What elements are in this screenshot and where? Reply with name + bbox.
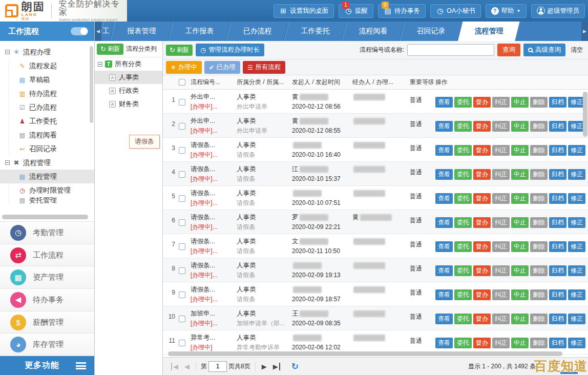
action-button[interactable]: 修正 [568, 338, 585, 348]
filter-button[interactable]: ☰ 所有流程 [243, 61, 285, 74]
tree-child-item[interactable]: ▤ 草稿箱 [0, 73, 94, 87]
action-button[interactable]: 督办 [473, 121, 491, 132]
prev-page-icon[interactable]: ◀ [184, 363, 190, 370]
action-button[interactable]: 纠正 [492, 145, 510, 156]
row-checkbox[interactable] [179, 195, 185, 202]
action-button[interactable]: 督办 [473, 289, 491, 300]
table-vertical-scrollbar[interactable] [583, 92, 587, 137]
action-button[interactable]: 纠正 [492, 265, 510, 276]
flow-code-link[interactable]: 外出申... [191, 91, 235, 102]
action-button[interactable]: 删除 [530, 265, 548, 276]
action-button[interactable]: 委托 [454, 289, 472, 300]
tree-child-item[interactable]: ◷ 办理时限管理 [0, 183, 94, 197]
action-button[interactable]: 修正 [568, 193, 585, 204]
row-checkbox[interactable] [179, 316, 185, 322]
flow-code-link[interactable]: 请假条... [191, 163, 235, 175]
action-button[interactable]: 纠正 [492, 169, 510, 180]
action-button[interactable]: 查看 [435, 193, 453, 204]
action-button[interactable]: 纠正 [492, 241, 510, 252]
collapse-icon[interactable] [5, 50, 10, 54]
topbar-button[interactable]: ? 帮助 ▼ [486, 4, 527, 18]
row-checkbox[interactable] [179, 291, 185, 298]
action-button[interactable]: 中止 [511, 121, 529, 132]
query-button[interactable]: 查询 [497, 44, 520, 56]
filter-button[interactable]: ✳ 办理中 [166, 61, 202, 74]
hamburger-menu-icon[interactable] [76, 362, 86, 369]
header-category[interactable]: 所属分类 / 所属... [235, 78, 290, 87]
next-page-icon[interactable]: ▶ [262, 363, 267, 370]
action-button[interactable]: 委托 [454, 169, 472, 180]
action-button[interactable]: 修正 [568, 169, 585, 180]
action-button[interactable]: 查看 [435, 169, 453, 180]
action-button[interactable]: 督办 [473, 145, 491, 156]
row-checkbox[interactable] [179, 243, 185, 250]
tree-parent-item[interactable]: ✳ 流程办理 [0, 45, 94, 59]
action-button[interactable]: 纠正 [492, 338, 510, 348]
action-button[interactable]: 删除 [530, 145, 548, 156]
tree-child-item[interactable]: ↩ 召回记录 [0, 142, 94, 156]
action-button[interactable]: 纠正 [492, 289, 510, 300]
action-button[interactable]: 委托 [454, 217, 472, 228]
tree-child-item[interactable]: ▤ 流程阅看 [0, 128, 94, 142]
action-button[interactable]: 查看 [435, 121, 453, 132]
flow-search-input[interactable] [407, 44, 494, 56]
action-button[interactable]: 归档 [549, 289, 566, 300]
table-horizontal-scrollbar[interactable] [168, 351, 562, 356]
topbar-button[interactable]: ◷ 提醒 1 [339, 4, 373, 18]
row-checkbox[interactable] [179, 171, 185, 178]
action-button[interactable]: 查看 [435, 289, 453, 300]
action-button[interactable]: 督办 [473, 314, 491, 324]
filter-button[interactable]: ✔ 已办理 [204, 61, 240, 74]
action-button[interactable]: 归档 [549, 314, 566, 324]
action-button[interactable]: 中止 [511, 314, 529, 324]
row-checkbox[interactable] [179, 267, 185, 274]
action-button[interactable]: 纠正 [492, 193, 510, 204]
row-checkbox[interactable] [179, 147, 185, 154]
module-item[interactable]: ◀ 待办事务 [0, 289, 94, 311]
header-flow-code[interactable]: 流程编号... [188, 78, 235, 87]
action-button[interactable]: 纠正 [492, 121, 510, 132]
first-page-icon[interactable]: ◀ [171, 363, 178, 370]
tree-vertical-scrollbar[interactable] [90, 46, 93, 123]
action-button[interactable]: 督办 [473, 193, 491, 204]
more-functions-bar[interactable]: 更多功能 [0, 356, 94, 375]
action-button[interactable]: 中止 [511, 338, 529, 348]
action-button[interactable]: 督办 [473, 241, 491, 252]
action-button[interactable]: 查看 [435, 97, 453, 108]
action-button[interactable]: 归档 [549, 121, 566, 132]
action-button[interactable]: 删除 [530, 121, 548, 132]
tree-child-item[interactable]: ▤ 流程管理 [0, 170, 94, 183]
action-button[interactable]: 督办 [473, 338, 491, 348]
action-button[interactable]: 纠正 [492, 217, 510, 228]
tab-item[interactable]: 流程阅看 [344, 22, 402, 41]
action-button[interactable]: 中止 [511, 193, 529, 204]
action-button[interactable]: 督办 [473, 169, 491, 180]
action-button[interactable]: 中止 [511, 145, 529, 156]
action-button[interactable]: 中止 [511, 169, 529, 180]
action-button[interactable]: 纠正 [492, 97, 510, 108]
flow-code-link[interactable]: 请假条... [191, 284, 235, 295]
header-level[interactable]: 重要等级 [408, 78, 433, 87]
flow-code-link[interactable]: 异常考... [191, 332, 235, 343]
action-button[interactable]: 查看 [435, 265, 453, 276]
action-button[interactable]: 修正 [568, 241, 585, 252]
action-button[interactable]: 归档 [549, 217, 566, 228]
action-button[interactable]: 删除 [530, 338, 548, 348]
module-item[interactable]: $ 薪酬管理 [0, 311, 94, 334]
action-button[interactable]: 查看 [435, 217, 453, 228]
action-button[interactable]: 归档 [549, 193, 566, 204]
category-refresh-button[interactable]: ↻刷新 [97, 44, 123, 55]
action-button[interactable]: 委托 [454, 97, 472, 108]
action-button[interactable]: 删除 [530, 241, 548, 252]
action-button[interactable]: 查看 [435, 241, 453, 252]
tree-parent-item[interactable]: ✖ 流程管理 [0, 156, 94, 170]
select-all-checkbox[interactable] [179, 79, 185, 86]
action-button[interactable]: 查看 [435, 314, 453, 324]
collapse-icon[interactable] [5, 160, 10, 165]
tab-item[interactable]: 已办流程 [228, 22, 286, 41]
action-button[interactable]: 督办 [473, 217, 491, 228]
flow-code-link[interactable]: 请假条... [191, 139, 235, 151]
action-button[interactable]: 督办 [473, 97, 491, 108]
action-button[interactable]: 归档 [549, 338, 566, 348]
flow-code-link[interactable]: 请假条... [191, 236, 235, 247]
